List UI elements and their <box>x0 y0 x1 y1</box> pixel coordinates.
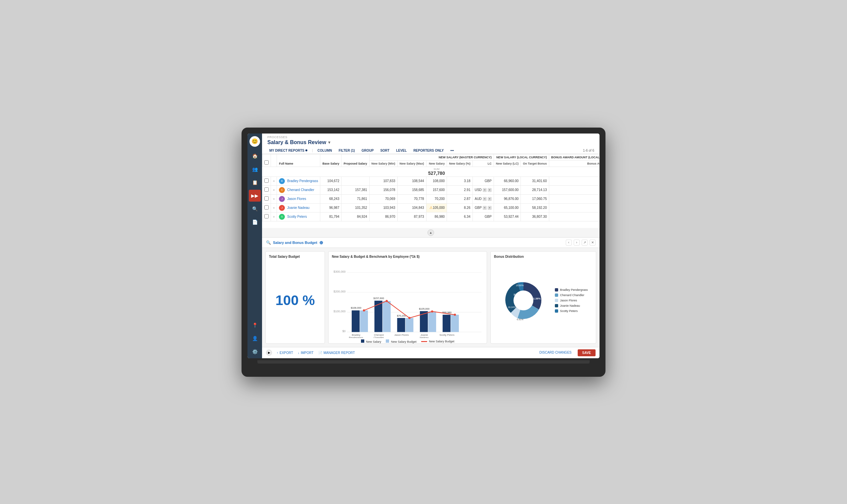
sidebar-location-icon[interactable]: 📍 <box>249 319 261 331</box>
svg-text:Joanie: Joanie <box>420 333 428 336</box>
row-checkbox-cell[interactable] <box>262 212 271 221</box>
new-salary-cell: ⚠105,000 <box>426 203 447 212</box>
new-salary-pct-cell: 3.18 <box>447 177 473 185</box>
legend-bradley: Bradley Pendergrass <box>555 288 588 291</box>
bar-chart-title: New Salary & Budget & Benchmark by Emplo… <box>332 255 483 258</box>
row-checkbox-cell[interactable] <box>262 185 271 194</box>
sidebar-doc-icon[interactable]: 📄 <box>249 216 261 228</box>
svg-text:Jason Flores: Jason Flores <box>394 333 409 336</box>
next-btn[interactable]: › <box>574 240 580 246</box>
employee-link[interactable]: Jason Flores <box>287 197 306 200</box>
add-panel-btn[interactable]: ⊕ <box>319 240 323 245</box>
sidebar-process-icon[interactable]: ▶▶ <box>249 190 261 202</box>
import-btn[interactable]: ↓ IMPORT <box>298 351 314 355</box>
svg-point-16 <box>431 310 433 313</box>
warning-icon: ⚠ <box>430 205 433 210</box>
donut-svg: 33.80% 21.38% 6.91% 18.24% 16.60% <box>499 276 548 325</box>
panel-title: 🔍 Salary and Bonus Budget ⊕ <box>266 240 323 245</box>
employee-link[interactable]: Chenard Chandler <box>287 188 314 191</box>
save-btn[interactable]: SAVE <box>578 349 596 356</box>
chart-toggle-area: ▲ <box>262 228 600 237</box>
sum-label: SUM <box>428 167 445 170</box>
select-all-header[interactable] <box>262 154 271 166</box>
employee-link[interactable]: Joanie Nadeau <box>287 205 309 209</box>
main-content: PROCESSES Salary & Bonus Review ▾ MY DIR… <box>262 133 600 358</box>
svg-text:Chandler: Chandler <box>374 336 384 338</box>
group-btn[interactable]: GROUP <box>360 147 376 154</box>
bar-bradley-ns <box>352 310 360 332</box>
new-salary-cell: 86,980 <box>426 212 447 221</box>
currency-clear-btn[interactable]: ✕ <box>483 197 487 201</box>
bottom-bar: ▶ ↑ EXPORT ↓ IMPORT 📄 MANAGER REPORT <box>262 347 600 358</box>
app-logo[interactable]: 😊 <box>249 136 260 147</box>
svg-point-13 <box>363 309 365 311</box>
new-salary-pct-cell: 2.87 <box>447 194 473 203</box>
svg-text:Chenard: Chenard <box>374 333 383 336</box>
bar-joanie-ns <box>420 311 428 332</box>
svg-text:$200,000: $200,000 <box>333 289 346 293</box>
screen: 😊 🏠 👥 📋 ▶▶ 🔍 📄 📍 👤 ⚙️ PROCESSES Salary &… <box>247 133 600 358</box>
column-btn[interactable]: COLUMN <box>316 147 334 154</box>
currency-tag: GBP ✕ ▾ <box>475 206 492 210</box>
currency-clear-btn[interactable]: ✕ <box>483 206 487 210</box>
base-salary-cell: 81,794 <box>320 212 342 221</box>
more-btn[interactable]: ••• <box>448 147 456 154</box>
avatar: J <box>279 196 285 202</box>
lc-cell: GBP <box>472 212 494 221</box>
base-salary-cell: 68,243 <box>320 194 342 203</box>
bar-jason-ns <box>397 318 405 332</box>
employee-name-cell: J Joanie Nadeau <box>277 203 320 212</box>
currency-clear-btn[interactable]: ✕ <box>483 188 487 192</box>
export-panel-btn[interactable]: ↗ <box>582 240 588 246</box>
sidebar-home-icon[interactable]: 🏠 <box>249 150 261 162</box>
bonus-award-amount-cell: 34,000.00 <box>549 177 600 185</box>
reporters-only-btn[interactable]: REPORTERS ONLY <box>411 147 446 154</box>
svg-text:6.91%: 6.91% <box>517 318 523 321</box>
collapse-circle-btn[interactable]: ▶ <box>266 350 272 356</box>
sidebar-user-icon[interactable]: 👤 <box>249 332 261 344</box>
currency-dropdown-btn[interactable]: ▾ <box>488 197 492 201</box>
prev-btn[interactable]: ‹ <box>566 240 572 246</box>
table-row: ≡ B Bradley Pendergrass 104,672 107,833 … <box>262 177 600 185</box>
close-panel-btn[interactable]: ✕ <box>590 240 595 246</box>
sort-btn[interactable]: SORT <box>378 147 392 154</box>
currency-dropdown-btn[interactable]: ▾ <box>488 188 492 192</box>
lc-cell: AUD ✕ ▾ <box>472 194 494 203</box>
proposed-salary-cell <box>342 177 369 185</box>
new-salary-cell: 70,200 <box>426 194 447 203</box>
employee-link[interactable]: Bradley Pendergrass <box>287 179 318 182</box>
sidebar-people-icon[interactable]: 👥 <box>249 163 261 175</box>
on-target-bonus-cell: 28,714.13 <box>521 185 549 194</box>
sum-value: 527,780 <box>428 170 445 176</box>
donut-chart: Bonus Distribution <box>490 251 596 344</box>
row-checkbox-cell[interactable] <box>262 194 271 203</box>
filter-btn[interactable]: FILTER (1) <box>336 147 357 154</box>
row-checkbox-cell[interactable] <box>262 203 271 212</box>
bar-chart: New Salary & Budget & Benchmark by Emplo… <box>328 251 487 344</box>
employee-link[interactable]: Scotty Peters <box>287 215 307 218</box>
data-table-area[interactable]: Full Name Base Salary Proposed Salary NE… <box>262 154 600 228</box>
title-chevron-icon[interactable]: ▾ <box>328 140 330 145</box>
employee-name-cell: S Scotty Peters <box>277 212 320 221</box>
level-btn[interactable]: LEVEL <box>394 147 409 154</box>
sidebar-list-icon[interactable]: 📋 <box>249 177 261 188</box>
employee-name-cell: B Bradley Pendergrass <box>277 177 320 185</box>
avatar: B <box>279 178 285 184</box>
new-salary-lc-cell: 65,100.00 <box>494 203 521 212</box>
sidebar-settings-icon[interactable]: ⚙️ <box>249 346 261 358</box>
proposed-salary-cell: 101,352 <box>342 203 369 212</box>
sidebar-search-icon[interactable]: 🔍 <box>249 203 261 215</box>
row-checkbox-cell[interactable] <box>262 177 271 185</box>
base-salary-cell: 96,987 <box>320 203 342 212</box>
export-btn[interactable]: ↑ EXPORT <box>277 351 293 355</box>
avatar: J <box>279 205 285 211</box>
my-direct-reports-btn[interactable]: MY DIRECT REPORTS <box>267 147 309 154</box>
base-salary-cell: 153,142 <box>320 185 342 194</box>
manager-report-btn[interactable]: 📄 MANAGER REPORT <box>318 351 355 355</box>
bonus-award-amount-cell: 110,000.00 <box>549 203 600 212</box>
collapse-btn[interactable]: ▲ <box>428 229 434 236</box>
new-salary-min-header: New Salary (Min) <box>369 160 397 166</box>
discard-btn[interactable]: DISCARD CHANGES <box>536 349 575 356</box>
currency-dropdown-btn[interactable]: ▾ <box>488 206 492 210</box>
search-icon: 🔍 <box>266 240 271 245</box>
